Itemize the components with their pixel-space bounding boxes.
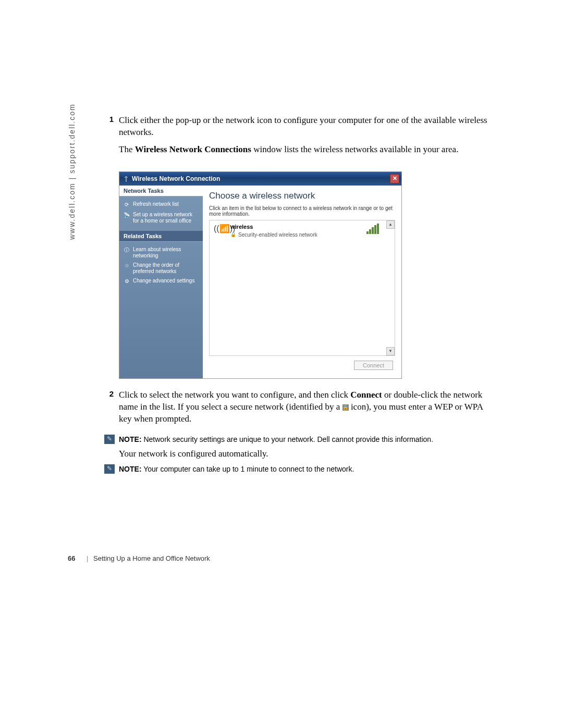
note-icon <box>104 435 115 444</box>
step-1-body: Click either the pop-up or the network i… <box>119 115 490 161</box>
step2-bold: Connect <box>350 390 382 400</box>
step-2-body: Click to select the network you want to … <box>119 389 490 430</box>
advanced-link[interactable]: ⚙ Change advanced settings <box>121 276 201 287</box>
network-list[interactable]: ▲ ((📶)) wireless 🔒 Security-enabled wire… <box>209 220 395 356</box>
antenna-icon <box>123 175 130 182</box>
left-pane: Network Tasks ⟳ Refresh network list 📡 S… <box>119 186 203 378</box>
refresh-network-link[interactable]: ⟳ Refresh network list <box>121 200 201 210</box>
padlock-inline-icon: 🔒 <box>342 404 349 411</box>
setup-network-link[interactable]: 📡 Set up a wireless network for a home o… <box>121 210 201 226</box>
lock-icon: 🔒 <box>230 232 236 237</box>
antenna-small-icon: 📡 <box>123 212 131 219</box>
network-info: wireless 🔒 Security-enabled wireless net… <box>230 224 364 238</box>
scroll-down-button[interactable]: ▼ <box>386 347 395 355</box>
step-2: 2 Click to select the network you want t… <box>104 389 490 430</box>
note-icon <box>104 464 115 474</box>
step1-pre: The <box>119 144 135 154</box>
button-row: Connect <box>209 356 395 373</box>
change-order-link[interactable]: ☆ Change the order of preferred networks <box>121 261 201 276</box>
refresh-label: Refresh network list <box>133 201 179 207</box>
network-tasks-header: Network Tasks <box>119 186 203 196</box>
footer-separator: | <box>87 554 88 562</box>
network-name: wireless <box>230 224 364 230</box>
security-text: Security-enabled wireless network <box>238 232 317 238</box>
step-1-text-b: The Wireless Network Connections window … <box>119 144 490 156</box>
choose-network-desc: Click an item in the list below to conne… <box>209 205 395 217</box>
gear-icon: ⚙ <box>123 278 131 285</box>
page-footer: 66 | Setting Up a Home and Office Networ… <box>68 554 210 562</box>
refresh-icon: ⟳ <box>123 201 131 208</box>
note-1-text: NOTE: Network security settings are uniq… <box>119 435 433 444</box>
dialog-titlebar[interactable]: Wireless Network Connection ✕ <box>119 172 401 186</box>
star-icon: ☆ <box>123 262 131 269</box>
step1-bold: Wireless Network Connections <box>135 144 251 154</box>
connect-button[interactable]: Connect <box>354 361 393 370</box>
choose-network-title: Choose a wireless network <box>209 191 395 201</box>
related-tasks-header: Related Tasks <box>119 231 203 242</box>
advanced-label: Change advanced settings <box>133 278 194 284</box>
right-pane: Choose a wireless network Click an item … <box>203 186 401 378</box>
network-security-label: 🔒 Security-enabled wireless network <box>230 232 364 238</box>
wifi-icon: ((📶)) <box>214 224 230 233</box>
auto-config-text: Your network is configured automatically… <box>119 448 490 460</box>
footer-section: Setting Up a Home and Office Network <box>93 554 210 562</box>
dialog-title: Wireless Network Connection <box>132 175 220 182</box>
page-content: 1 Click either the pop-up or the network… <box>104 115 490 478</box>
learn-label: Learn about wireless networking <box>133 246 200 259</box>
step-1-text-a: Click either the pop-up or the network i… <box>119 115 490 139</box>
step-1-number: 1 <box>104 115 119 161</box>
step-2-number: 2 <box>104 389 119 430</box>
order-label: Change the order of preferred networks <box>133 262 200 275</box>
note2-label: NOTE: <box>119 465 142 473</box>
network-item-wireless[interactable]: ((📶)) wireless 🔒 Security-enabled wirele… <box>211 221 384 241</box>
note1-label: NOTE: <box>119 435 142 443</box>
note2-body: Your computer can take up to 1 minute to… <box>142 465 354 473</box>
page-number: 66 <box>68 554 75 562</box>
signal-strength-icon <box>364 224 381 234</box>
note1-body: Network security settings are unique to … <box>142 435 434 443</box>
dialog-body: Network Tasks ⟳ Refresh network list 📡 S… <box>119 186 401 378</box>
note-2-text: NOTE: Your computer can take up to 1 min… <box>119 464 354 474</box>
setup-label: Set up a wireless network for a home or … <box>133 212 200 224</box>
step-2-text: Click to select the network you want to … <box>119 389 490 425</box>
close-button[interactable]: ✕ <box>390 174 399 183</box>
info-icon: ⓘ <box>123 246 131 254</box>
learn-link[interactable]: ⓘ Learn about wireless networking <box>121 245 201 261</box>
step2-pre: Click to select the network you want to … <box>119 390 350 400</box>
scroll-up-button[interactable]: ▲ <box>386 220 395 229</box>
note-1: NOTE: Network security settings are uniq… <box>104 435 490 444</box>
wireless-dialog: Wireless Network Connection ✕ Network Ta… <box>119 171 402 379</box>
sidebar-url: www.dell.com | support.dell.com <box>68 103 76 240</box>
step-1: 1 Click either the pop-up or the network… <box>104 115 490 161</box>
step1-post: window lists the wireless networks avail… <box>251 144 459 154</box>
note-2: NOTE: Your computer can take up to 1 min… <box>104 464 490 474</box>
